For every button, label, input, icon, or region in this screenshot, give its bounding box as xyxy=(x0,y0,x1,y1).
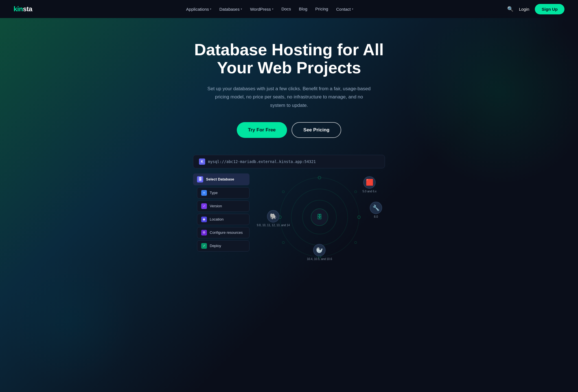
svg-point-8 xyxy=(282,191,284,193)
nav-item-blog[interactable]: Blog xyxy=(299,6,307,12)
db-badge-mysql-label: 8.0 xyxy=(374,215,378,219)
db-diagram: 🗄 🟥 5.0 and 6.x 🐘 9.8, 10, 11, 12, 13, a… xyxy=(254,173,385,261)
db-badge-postgres-label: 9.8, 10, 11, 12, 13, and 14 xyxy=(257,223,290,227)
try-free-button[interactable]: Try For Free xyxy=(237,122,287,138)
step-icon-location: ◉ xyxy=(201,217,207,222)
hero-buttons: Try For Free See Pricing xyxy=(6,122,572,138)
hero-subtitle: Set up your databases with just a few cl… xyxy=(207,85,371,110)
nav-item-docs[interactable]: Docs xyxy=(281,6,291,12)
nav-item-pricing[interactable]: Pricing xyxy=(315,6,328,12)
hero-title: Database Hosting for All Your Web Projec… xyxy=(190,41,388,77)
setup-header[interactable]: 🗄 Select Database xyxy=(193,173,249,185)
chevron-icon: ▾ xyxy=(352,8,353,10)
nav-item-applications[interactable]: Applications ▾ xyxy=(186,7,211,12)
nav-right: 🔍 Login Sign Up xyxy=(507,4,564,14)
navigation: kinsta Applications ▾ Databases ▾ WordPr… xyxy=(0,0,578,18)
chevron-icon: ▾ xyxy=(272,8,273,10)
chevron-icon: ▾ xyxy=(241,8,242,10)
svg-text:🗄: 🗄 xyxy=(317,214,322,220)
step-icon-deploy: ✓ xyxy=(201,243,207,249)
nav-item-contact[interactable]: Contact ▾ xyxy=(336,7,353,12)
db-badge-redis: 🟥 5.0 and 6.x xyxy=(363,176,376,193)
step-icon-configure: ⚙ xyxy=(201,230,207,235)
demo-panel: K mysql://abc12-mariadb.external.kinsta.… xyxy=(193,155,385,261)
login-link[interactable]: Login xyxy=(519,7,529,12)
svg-point-10 xyxy=(354,241,357,244)
nav-item-databases[interactable]: Databases ▾ xyxy=(219,7,242,12)
step-item-version[interactable]: ✓ Version xyxy=(197,201,249,212)
svg-point-9 xyxy=(282,241,284,244)
demo-content: 🗄 Select Database + Type ✓ Version ◉ Loc… xyxy=(193,173,385,261)
db-badge-redis-label: 5.0 and 6.x xyxy=(363,190,376,193)
hero-section: Database Hosting for All Your Web Projec… xyxy=(0,18,578,392)
step-item-type[interactable]: + Type xyxy=(197,187,249,199)
search-icon[interactable]: 🔍 xyxy=(507,6,513,12)
logo[interactable]: kinsta xyxy=(14,5,32,13)
db-badge-postgres: 🐘 9.8, 10, 11, 12, 13, and 14 xyxy=(257,210,290,227)
step-item-deploy[interactable]: ✓ Deploy xyxy=(197,240,249,252)
chevron-icon: ▾ xyxy=(210,8,211,10)
db-badge-mariadb-label: 10.4, 10.5, and 10.6 xyxy=(307,257,332,261)
svg-point-7 xyxy=(354,191,357,193)
step-item-location[interactable]: ◉ Location xyxy=(197,214,249,225)
see-pricing-button[interactable]: See Pricing xyxy=(292,122,341,138)
step-icon-version: ✓ xyxy=(201,203,207,209)
nav-item-wordpress[interactable]: WordPress ▾ xyxy=(250,7,273,12)
setup-steps: 🗄 Select Database + Type ✓ Version ◉ Loc… xyxy=(193,173,249,252)
db-url-text: mysql://abc12-mariadb.external.kinsta.ap… xyxy=(208,159,316,164)
db-badge-mariadb: 🦭 10.4, 10.5, and 10.6 xyxy=(307,244,332,261)
setup-header-icon: 🗄 xyxy=(197,176,203,182)
step-icon-type: + xyxy=(201,190,207,196)
db-url-icon: K xyxy=(199,158,205,165)
nav-links: Applications ▾ Databases ▾ WordPress ▾ D… xyxy=(186,6,353,12)
bg-circle-2 xyxy=(0,251,141,392)
signup-button[interactable]: Sign Up xyxy=(535,4,564,14)
step-item-configure[interactable]: ⚙ Configure resources xyxy=(197,227,249,238)
db-badge-mysql: 🔧 8.0 xyxy=(370,202,382,219)
db-url-bar: K mysql://abc12-mariadb.external.kinsta.… xyxy=(193,155,385,168)
